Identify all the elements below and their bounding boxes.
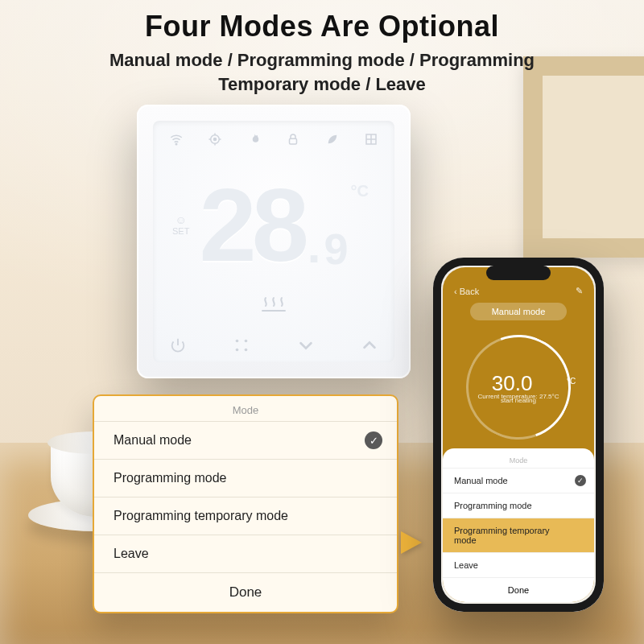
lock-icon xyxy=(286,132,300,147)
thermostat-status-row xyxy=(169,132,378,147)
up-button[interactable] xyxy=(361,336,378,354)
mode-option-programming[interactable]: Programming mode xyxy=(94,459,397,497)
phone-screen: ‹ Back ✎ Manual mode 30.0 °C Current tem… xyxy=(443,267,594,602)
phone-temp-ring: 30.0 °C Current temperature: 27.5°C star… xyxy=(466,335,571,440)
phone-mode-programming-temporary[interactable]: Programming temporary mode xyxy=(443,518,594,552)
headline-title: Four Modes Are Optional xyxy=(0,10,644,43)
mode-done-button[interactable]: Done xyxy=(94,572,397,612)
phone-sheet-title: Mode xyxy=(443,453,594,468)
phone-mode-leave[interactable]: Leave xyxy=(443,552,594,577)
check-icon: ✓ xyxy=(575,475,586,486)
mode-popup: Mode Manual mode ✓ Programming mode Prog… xyxy=(93,394,398,613)
svg-point-5 xyxy=(236,340,239,343)
mode-option-label: Manual mode xyxy=(114,433,192,447)
back-button[interactable]: ‹ Back xyxy=(454,287,479,296)
phone-mode-programming[interactable]: Programming mode xyxy=(443,493,594,518)
phone-mockup: ‹ Back ✎ Manual mode 30.0 °C Current tem… xyxy=(433,258,604,612)
headline: Four Modes Are Optional Manual mode / Pr… xyxy=(0,10,644,96)
phone-sheet-done[interactable]: Done xyxy=(443,577,594,602)
temp-unit: °C xyxy=(351,182,369,200)
temp-integer: 28 xyxy=(199,174,303,277)
wifi-icon xyxy=(169,132,184,147)
mode-option-label: Leave xyxy=(114,547,149,560)
phone-notch xyxy=(486,266,551,280)
headline-sub-1: Manual mode / Programming mode / Program… xyxy=(0,48,644,72)
phone-mode-manual[interactable]: Manual mode ✓ xyxy=(443,468,594,493)
mode-popup-title: Mode xyxy=(94,396,397,421)
svg-rect-3 xyxy=(290,138,297,144)
headline-sub-2: Temporary mode / Leave xyxy=(0,72,644,97)
check-icon: ✓ xyxy=(365,431,382,449)
thermostat-temperature: 28 . 9 °C xyxy=(137,174,411,277)
temp-dot: . xyxy=(308,222,321,270)
callout-arrow-icon xyxy=(401,531,422,554)
mode-option-leave[interactable]: Leave xyxy=(94,535,397,572)
svg-point-7 xyxy=(236,349,239,352)
grid-icon xyxy=(364,132,378,147)
phone-mode-sheet: Mode Manual mode ✓ Programming mode Prog… xyxy=(443,448,594,602)
svg-point-8 xyxy=(245,349,248,352)
heat-waves-icon xyxy=(137,296,411,312)
edit-icon[interactable]: ✎ xyxy=(576,286,583,296)
temp-fraction: 9 xyxy=(324,227,349,270)
svg-point-0 xyxy=(175,143,177,145)
power-button[interactable] xyxy=(169,336,187,354)
down-button[interactable] xyxy=(297,336,315,354)
mode-option-programming-temporary[interactable]: Programming temporary mode xyxy=(94,497,397,535)
mode-option-label: Programming temporary mode xyxy=(114,509,288,522)
svg-point-2 xyxy=(214,138,217,141)
phone-temp-value: 30.0 xyxy=(492,371,533,395)
mode-option-label: Programming mode xyxy=(114,471,227,485)
mode-option-manual[interactable]: Manual mode ✓ xyxy=(94,421,397,459)
phone-mode-pill[interactable]: Manual mode xyxy=(470,303,567,320)
thermostat-controls xyxy=(169,336,378,354)
target-icon xyxy=(208,132,222,147)
thermostat-panel: ☺ SET 28 . 9 °C xyxy=(137,105,411,378)
phone-temp-unit: °C xyxy=(567,377,576,386)
flame-icon xyxy=(247,132,262,147)
mode-button[interactable] xyxy=(233,336,250,354)
svg-point-6 xyxy=(245,340,248,343)
phone-heating-status: start heating xyxy=(501,397,536,404)
leaf-icon xyxy=(325,132,340,147)
